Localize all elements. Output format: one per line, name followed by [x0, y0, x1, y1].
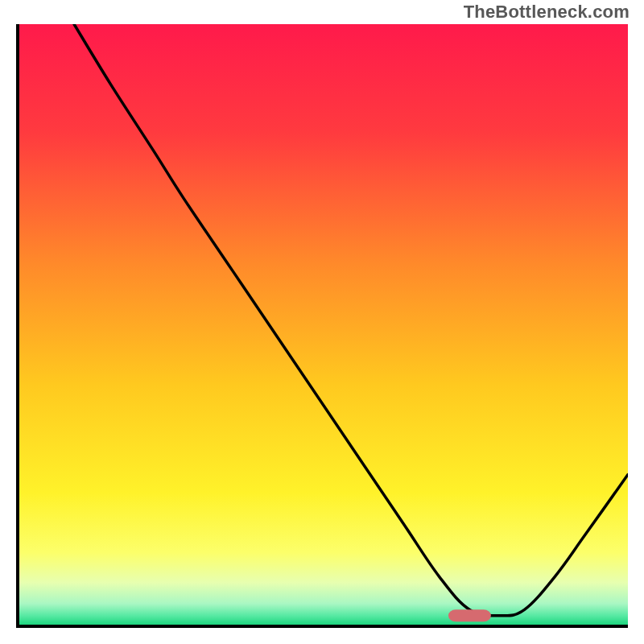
optimal-marker: [448, 609, 491, 621]
plot-area: [16, 24, 628, 628]
bottleneck-curve: [74, 24, 628, 616]
chart-container: TheBottleneck.com: [0, 0, 644, 644]
curve-layer: [19, 24, 628, 625]
watermark-text: TheBottleneck.com: [464, 2, 630, 23]
